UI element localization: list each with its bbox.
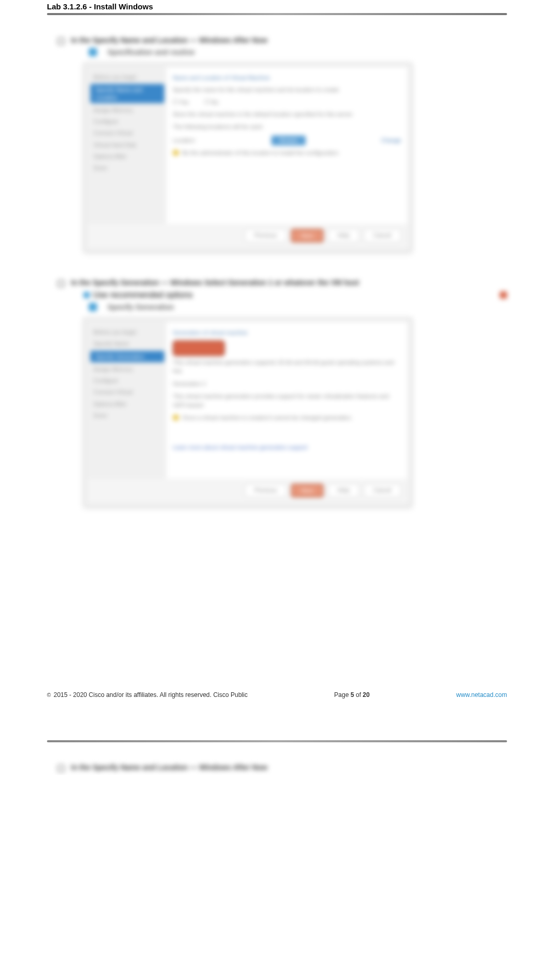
netacad-link[interactable]: www.netacad.com: [456, 691, 507, 699]
radio-icon[interactable]: [173, 99, 178, 104]
page-footer: © 2015 - 2020 Cisco and/or its affiliate…: [47, 691, 507, 699]
sub-step-2: Specify Generation: [89, 303, 507, 311]
step-1-text: In the Specify Name and Location — Windo…: [71, 36, 268, 44]
checkbox-row: Use recommended options: [83, 290, 507, 300]
browse-button[interactable]: Browse: [271, 136, 305, 145]
cancel-button[interactable]: Cancel: [364, 484, 401, 497]
sidebar-item[interactable]: Done: [88, 162, 166, 174]
wizard-panel-title: Generation of virtual machine: [173, 328, 401, 337]
bullet-icon: [89, 48, 97, 56]
sidebar-item[interactable]: Before you begin: [88, 326, 166, 338]
warning-icon: [173, 414, 179, 421]
wizard-sidebar: Before you begin Specify Name and Locati…: [88, 67, 166, 224]
checkbox-icon[interactable]: [83, 292, 90, 298]
sidebar-item[interactable]: Connect Virtual: [88, 127, 166, 139]
sub-step-1-text: Specification and routine: [107, 48, 195, 56]
wizard-main-panel: Name and Location of Virtual Machine Spe…: [166, 67, 407, 224]
page-title: Lab 3.1.2.6 - Install Windows: [47, 0, 507, 13]
page2-divider: [47, 740, 507, 742]
step-2-label: In the Specify Generation — Windows Sele…: [57, 278, 507, 287]
wizard-para: This virtual machine generation provides…: [173, 392, 401, 409]
previous-button[interactable]: Previous: [245, 484, 287, 497]
sidebar-item-active[interactable]: Specify Name and Location: [90, 84, 164, 103]
blurred-content: In the Specify Name and Location — Windo…: [47, 36, 507, 507]
warning-text: Once a virtual machine is created it can…: [182, 413, 353, 422]
sidebar-item[interactable]: Before you begin: [88, 71, 166, 83]
generation-callout: [173, 340, 225, 356]
page-number: Page 5 of 20: [334, 691, 370, 699]
previous-button[interactable]: Previous: [245, 229, 287, 242]
sidebar-item[interactable]: Configure: [88, 375, 166, 386]
help-button[interactable]: Help: [328, 484, 359, 497]
bullet-icon: [89, 303, 97, 311]
sidebar-item[interactable]: Assign Memory: [88, 104, 166, 116]
wizard-main-panel: Generation of virtual machine This virtu…: [166, 322, 407, 479]
document-page: Lab 3.1.2.6 - Install Windows In the Spe…: [0, 0, 554, 730]
sidebar-item[interactable]: Options After: [88, 398, 166, 410]
warning-text: Be the administrator of this location to…: [182, 149, 339, 157]
wizard-dialog-1: Before you begin Specify Name and Locati…: [83, 63, 412, 252]
sidebar-item[interactable]: Virtual Hard Disk: [88, 139, 166, 151]
next-button[interactable]: Next: [291, 229, 324, 242]
sub-step-2-text: Specify Generation: [107, 303, 174, 311]
radio-icon[interactable]: [204, 99, 210, 104]
radio-label: No: [211, 99, 219, 105]
copyright-icon: ©: [47, 692, 51, 698]
wizard-para: This virtual machine generation supports…: [173, 358, 401, 375]
wizard-dialog-2: Before you begin Specify Name Specify Ge…: [83, 317, 412, 507]
wizard-para: The following locations will be used: [173, 123, 401, 131]
wizard-para: Store the virtual machine in the default…: [173, 110, 401, 119]
wizard-footer: Previous Next Help Cancel: [88, 224, 407, 248]
help-button[interactable]: Help: [328, 229, 359, 242]
radio-label: Yes: [179, 99, 189, 105]
wizard-sidebar: Before you begin Specify Name Specify Ge…: [88, 322, 166, 479]
step-2-text: In the Specify Generation — Windows Sele…: [71, 278, 359, 287]
sidebar-item-active[interactable]: Specify Generation: [90, 351, 164, 362]
next-button[interactable]: Next: [291, 484, 324, 497]
sidebar-item[interactable]: Done: [88, 410, 166, 421]
document-page-2: In the Specify Name and Location — Windo…: [0, 730, 554, 772]
sidebar-item[interactable]: Configure: [88, 116, 166, 127]
radio-group: Yes No: [173, 98, 401, 107]
sidebar-item[interactable]: Assign Memory: [88, 363, 166, 375]
wizard-footer: Previous Next Help Cancel: [88, 479, 407, 503]
step-3-label: In the Specify Name and Location — Windo…: [57, 763, 507, 772]
change-link[interactable]: Change: [381, 136, 401, 145]
location-row: Location: Browse Change: [173, 136, 401, 145]
warning-row: Once a virtual machine is created it can…: [173, 413, 401, 422]
header-divider: [47, 13, 507, 15]
wizard-para: Generation 2: [173, 379, 401, 388]
sidebar-item[interactable]: Connect Virtual: [88, 386, 166, 398]
step-3-text: In the Specify Name and Location — Windo…: [71, 763, 268, 771]
copyright: © 2015 - 2020 Cisco and/or its affiliate…: [47, 691, 248, 699]
step-marker-icon: [57, 765, 65, 772]
wizard-panel-title: Name and Location of Virtual Machine: [173, 74, 401, 82]
location-label: Location:: [173, 136, 196, 145]
wizard-inner: Before you begin Specify Name Specify Ge…: [88, 322, 407, 479]
blurred-content-2: In the Specify Name and Location — Windo…: [47, 763, 507, 772]
wizard-para: Specify the name for the virtual machine…: [173, 85, 401, 94]
sidebar-item[interactable]: Options After: [88, 151, 166, 162]
close-icon[interactable]: [500, 291, 507, 299]
warning-icon: [173, 150, 179, 156]
cancel-button[interactable]: Cancel: [364, 229, 401, 242]
sidebar-item[interactable]: Specify Name: [88, 338, 166, 349]
warning-row: Be the administrator of this location to…: [173, 149, 401, 157]
sub-step-1: Specification and routine: [89, 48, 507, 56]
checkbox-label: Use recommended options: [93, 290, 192, 300]
step-marker-icon: [57, 280, 65, 287]
step-marker-icon: [57, 38, 65, 45]
step-1-label: In the Specify Name and Location — Windo…: [57, 36, 507, 45]
learn-more-link[interactable]: Learn more about virtual machine generat…: [173, 443, 401, 452]
wizard-inner: Before you begin Specify Name and Locati…: [88, 67, 407, 224]
copyright-text: 2015 - 2020 Cisco and/or its affiliates.…: [54, 691, 248, 699]
